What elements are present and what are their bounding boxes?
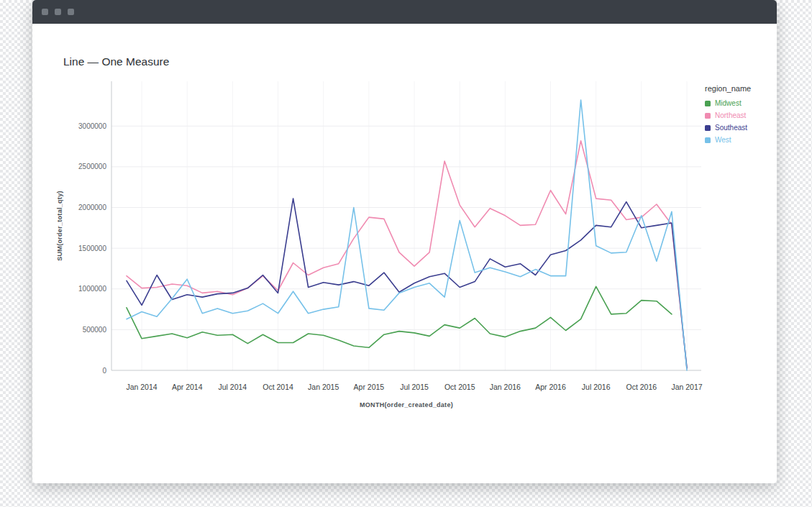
- line-chart-canvas[interactable]: Jan 2014Apr 2014Jul 2014Oct 2014Jan 2015…: [43, 76, 755, 414]
- x-tick-label: Apr 2016: [535, 383, 566, 391]
- legend-label: Southeast: [715, 124, 747, 132]
- y-tick-label: 0: [102, 367, 106, 375]
- legend-swatch-icon: [705, 113, 711, 119]
- x-axis-title: MONTH(order_created_date): [360, 401, 453, 408]
- legend-items: MidwestNortheastSoutheastWest: [705, 99, 774, 144]
- chart-title: Line — One Measure: [63, 55, 169, 68]
- legend-title: region_name: [705, 84, 774, 93]
- x-tick-label: Apr 2014: [172, 383, 203, 391]
- legend-label: West: [715, 136, 731, 144]
- y-tick-label: 3000000: [78, 122, 106, 130]
- window-titlebar: [32, 0, 777, 24]
- x-tick-label: Jan 2017: [671, 383, 702, 391]
- legend-item-midwest[interactable]: Midwest: [705, 99, 774, 107]
- x-tick-label: Jan 2014: [126, 383, 157, 391]
- series-line-southeast[interactable]: [127, 198, 687, 368]
- legend-item-west[interactable]: West: [705, 136, 774, 144]
- legend-swatch-icon: [705, 125, 711, 131]
- x-tick-label: Oct 2014: [263, 383, 293, 391]
- window-control-icon[interactable]: [68, 9, 74, 15]
- x-tick-label: Jul 2015: [400, 383, 429, 391]
- window-control-icon[interactable]: [55, 9, 61, 15]
- y-axis-title: SUM(order_total_qty): [56, 191, 63, 261]
- x-tick-label: Jan 2015: [308, 383, 339, 391]
- x-tick-label: Jan 2016: [490, 383, 521, 391]
- legend-label: Northeast: [715, 111, 746, 119]
- x-tick-label: Jul 2016: [582, 383, 611, 391]
- x-tick-label: Oct 2015: [444, 383, 475, 391]
- x-tick-label: Oct 2016: [626, 383, 657, 391]
- y-tick-label: 2000000: [78, 204, 106, 211]
- x-tick-label: Apr 2015: [354, 383, 385, 391]
- y-tick-label: 2500000: [78, 163, 106, 170]
- x-tick-label: Jul 2014: [219, 383, 247, 391]
- y-tick-label: 500000: [83, 326, 107, 334]
- series-line-northeast[interactable]: [127, 141, 687, 369]
- window-body: Line — One Measure Jan 2014Apr 2014Jul 2…: [32, 24, 777, 483]
- legend-item-northeast[interactable]: Northeast: [705, 111, 774, 119]
- legend-label: Midwest: [715, 99, 742, 107]
- legend-swatch-icon: [705, 137, 711, 143]
- legend-swatch-icon: [705, 101, 711, 106]
- y-tick-label: 1000000: [78, 285, 106, 293]
- legend-item-southeast[interactable]: Southeast: [705, 124, 774, 132]
- app-window: Line — One Measure Jan 2014Apr 2014Jul 2…: [32, 0, 777, 483]
- legend: region_name MidwestNortheastSoutheastWes…: [705, 84, 774, 148]
- y-tick-label: 1500000: [78, 245, 106, 252]
- window-control-icon[interactable]: [42, 9, 48, 15]
